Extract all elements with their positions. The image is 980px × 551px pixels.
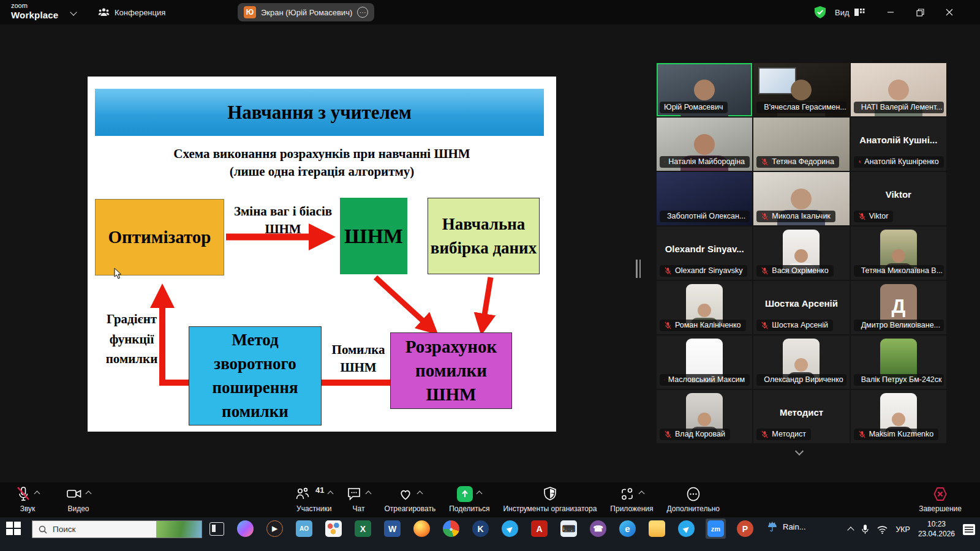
muted-mic-icon [664, 376, 665, 384]
react-options-chevron[interactable] [417, 491, 423, 497]
participant-tile[interactable]: Микола Ікальчик [753, 172, 849, 225]
audio-button[interactable]: Звук [16, 486, 39, 513]
keyboard-icon[interactable]: ⌨ [560, 520, 577, 537]
share-button[interactable]: Поделиться [449, 486, 489, 513]
firefox-icon[interactable] [413, 520, 430, 537]
weather-widget[interactable]: Rain... [767, 521, 806, 532]
host-tools-button[interactable]: Инструменты организатора [503, 486, 597, 513]
chrome-icon[interactable]: ● [443, 520, 459, 537]
participant-tile[interactable]: Роман Калініченко [657, 281, 752, 334]
participant-tile[interactable]: НАТІ Валерій Лемент... [851, 63, 946, 116]
video-button[interactable]: Видео [66, 486, 91, 513]
zoom-app-icon[interactable]: zm [706, 519, 726, 539]
chat-button[interactable]: Чат [346, 486, 371, 513]
participant-tile[interactable]: МетодистМетодист [753, 390, 849, 443]
participant-tile[interactable]: В'ячеслав Герасимен... [753, 63, 849, 116]
tab-shared-screen[interactable]: Ю Экран (Юрій Ромасевич) ⋯ [238, 3, 374, 21]
gallery-scroll-down[interactable] [796, 448, 806, 458]
acrobat-icon: A [531, 520, 548, 537]
language-indicator[interactable]: УКР [895, 525, 910, 534]
paint-icon [325, 520, 342, 537]
telegram-icon-2[interactable]: ▶ [678, 520, 695, 537]
telegram-icon[interactable]: ▶ [502, 520, 518, 537]
gallery-view-icon [854, 8, 865, 17]
participant-tile[interactable]: Масловський Максим [657, 335, 752, 389]
shield-check-icon [815, 6, 826, 18]
muted-mic-icon [858, 158, 862, 166]
host-tools-shield-icon [543, 486, 557, 502]
presentation-slide: Навчання з учителем Схема виконання розр… [88, 77, 556, 432]
diagram-box-training-set: Навчальна вибірка даних [428, 198, 540, 274]
viber-icon[interactable]: ☎ [590, 520, 606, 537]
participant-tile[interactable]: Валік Петрух Бм-242ск [851, 335, 946, 389]
taskbar-clock[interactable]: 10:23 23.04.2026 [918, 520, 955, 539]
task-view-icon[interactable] [209, 522, 224, 536]
audio-options-chevron[interactable] [34, 491, 40, 497]
file-explorer-icon [649, 520, 665, 537]
participant-tile[interactable]: Олександр Вириченко [753, 335, 849, 389]
acrobat-icon[interactable]: A [531, 520, 548, 537]
react-button[interactable]: Отреагировать [384, 486, 435, 513]
apps-button[interactable]: Приложения [610, 486, 653, 513]
copilot-icon[interactable] [237, 520, 254, 537]
participant-tile[interactable]: Maksim Kuzmenko [851, 390, 946, 443]
participant-tile[interactable]: Юрій Ромасевич [657, 63, 752, 116]
participants-options-chevron[interactable] [328, 491, 334, 497]
participant-name-label: Методист [756, 429, 811, 440]
participant-name-label: НАТІ Валерій Лемент... [854, 102, 944, 113]
paint-icon[interactable] [325, 520, 342, 537]
file-explorer-icon[interactable] [649, 520, 665, 537]
close-button[interactable] [936, 0, 963, 24]
video-options-chevron[interactable] [86, 491, 92, 497]
edge-icon[interactable]: e [619, 520, 636, 537]
participant-tile[interactable]: Вася Охріменко [753, 227, 849, 280]
view-button[interactable]: Вид [835, 0, 865, 24]
chat-options-chevron[interactable] [366, 491, 372, 497]
slide-subtitle: Схема виконання розрахунків при навчанні… [88, 145, 556, 181]
firefox-icon [413, 520, 430, 537]
powerpoint-icon[interactable]: P [737, 520, 753, 537]
diagram-box-error-calc: Розрахунок помилки ШНМ [390, 332, 512, 409]
participant-tile[interactable]: Влад Коровай [657, 390, 752, 443]
end-meeting-button[interactable]: Завершение [919, 486, 962, 513]
diagram-box-optimizer: Оптимізатор [95, 199, 224, 276]
participant-tile[interactable]: Шостка АрсенійШостка Арсеній [753, 281, 849, 334]
participant-tile[interactable]: Тетяна Миколаївна В... [851, 227, 946, 280]
excel-icon[interactable]: X [355, 520, 371, 537]
kompas-icon[interactable]: K [472, 520, 489, 537]
media-player-icon[interactable]: ▶ [266, 520, 283, 537]
notification-center-icon[interactable] [963, 524, 975, 535]
participants-button[interactable]: 41 Участники [295, 486, 333, 513]
word-icon[interactable]: W [384, 520, 401, 537]
participant-tile[interactable]: Тетяна Федорина [753, 118, 849, 171]
tray-mic-icon[interactable] [861, 524, 869, 534]
diagram-box-backprop: Метод зворотного поширення помилки [189, 326, 322, 425]
participant-tile[interactable]: Анатолій Кушні...Анатолій Кушніренко [851, 118, 946, 171]
participant-tile[interactable]: Наталія Майбородіна [657, 118, 752, 171]
tab-conference-label: Конференция [115, 8, 165, 17]
ao-app-icon[interactable]: AO [296, 520, 312, 537]
start-button[interactable] [6, 522, 22, 536]
participant-tile[interactable]: Заболотній Олексан... [657, 172, 752, 225]
apps-options-chevron[interactable] [639, 491, 645, 497]
share-options-chevron[interactable] [477, 491, 483, 497]
more-button[interactable]: Дополнительно [667, 486, 720, 513]
restore-button[interactable] [907, 0, 933, 24]
participant-tile[interactable]: ДДмитро Великоіване... [851, 281, 946, 334]
participant-tile[interactable]: Olexandr Sinyav...Olexandr Sinyavsky [657, 227, 752, 280]
tab-options-icon[interactable]: ⋯ [357, 7, 368, 18]
participant-tile[interactable]: ViktorViktor [851, 172, 946, 225]
panel-resize-handle[interactable] [636, 260, 641, 278]
participant-name-label: Влад Коровай [660, 429, 730, 440]
powerpoint-icon: P [737, 520, 753, 537]
taskbar-search-input[interactable]: Поиск [32, 520, 202, 538]
workspace-menu-chevron[interactable] [71, 0, 76, 24]
search-highlight-image[interactable] [156, 521, 202, 538]
edge-icon: e [619, 520, 636, 537]
tray-wifi-icon[interactable] [877, 525, 888, 534]
chevron-down-icon [70, 9, 77, 15]
minimize-button[interactable] [877, 0, 904, 24]
tab-conference[interactable]: Конференция [98, 0, 165, 24]
security-shield[interactable] [815, 0, 826, 24]
tray-chevron-icon[interactable] [848, 527, 854, 533]
